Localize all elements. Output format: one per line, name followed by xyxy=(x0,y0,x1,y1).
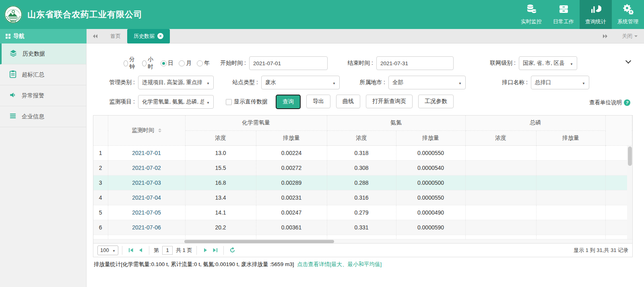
vertical-scrollbar-thumb[interactable] xyxy=(628,147,632,166)
chevron-down-icon xyxy=(580,80,585,86)
radio-year[interactable]: 年 xyxy=(197,60,210,67)
chevron-down-icon xyxy=(110,247,116,253)
sidebar-item-history-data[interactable]: 历史数据 xyxy=(0,43,86,64)
curve-button[interactable]: 曲线 xyxy=(336,95,360,108)
caret-down-icon xyxy=(634,35,638,39)
chevron-down-icon xyxy=(330,80,336,86)
city-label: 所属地市 : xyxy=(349,79,385,86)
top-nav-query-stats[interactable]: 查询统计 xyxy=(580,0,612,29)
emission-stats-line: 排放量统计[化学需氧量:0.100 t, 累计流量:0 t, 氨氮:0.0019… xyxy=(94,261,633,268)
group-header-tp: 总磷 xyxy=(465,116,605,130)
row-number-header xyxy=(93,116,108,145)
first-page-button[interactable] xyxy=(126,246,136,255)
last-page-button[interactable] xyxy=(210,246,220,255)
radio-icon xyxy=(142,60,147,66)
radio-day[interactable]: 日 xyxy=(161,60,173,67)
next-page-button[interactable] xyxy=(200,246,210,255)
filler-header xyxy=(605,116,632,145)
tab-close-icon[interactable] xyxy=(157,33,163,39)
tabs-scroll-right-icon[interactable] xyxy=(603,34,607,38)
view-detail-link[interactable]: 点击查看详情[最大、最小和平均值] xyxy=(297,261,382,267)
sub-header-conc: 浓度 xyxy=(465,130,536,145)
sidebar-item-exceed-summary[interactable]: 超标汇总 xyxy=(0,64,86,85)
city-select[interactable]: 全部 xyxy=(388,76,466,89)
chevron-down-icon xyxy=(204,99,210,105)
app-header: MEE 山东省联合农药工业有限公司 实时监控 xyxy=(0,0,644,29)
table-row[interactable]: 62021-07-06 20.20.00361 0.3310.0000590 xyxy=(93,220,632,235)
layers-icon xyxy=(9,49,17,58)
station-type-select[interactable]: 废水 xyxy=(261,76,340,89)
sort-icon[interactable] xyxy=(158,128,161,132)
group-header-nh3n: 氨氮 xyxy=(327,116,465,130)
period-radio-group: 分钟 小时 日 月 年 xyxy=(124,56,210,70)
content: 分钟 小时 日 月 年 开始时间 : 结束时 xyxy=(87,43,644,287)
page-number-input[interactable] xyxy=(162,246,173,255)
sidebar-nav-title: 导航 xyxy=(0,29,87,43)
direct-data-checkbox[interactable]: 显示直传数据 xyxy=(226,98,268,105)
table-row-highlighted[interactable]: 32021-07-03 16.80.00289 0.2880.0000500 xyxy=(93,175,632,190)
manage-type-select[interactable]: 违规项目, 高架源, 重点排 xyxy=(138,76,214,89)
query-button[interactable]: 查询 xyxy=(276,95,301,109)
page-total: 共 1 页 xyxy=(176,247,192,254)
help-icon xyxy=(624,99,630,106)
sidebar: 历史数据 超标汇总 异常报警 xyxy=(0,43,87,287)
radio-hour[interactable]: 小时 xyxy=(142,56,155,70)
sub-header-emis: 排放量 xyxy=(396,130,465,145)
horizontal-scrollbar[interactable] xyxy=(93,239,632,243)
radio-icon xyxy=(124,60,128,66)
history-data-table: 监测时间 化学需氧量 氨氮 总磷 浓度 排放量 浓度 排放 xyxy=(93,116,632,239)
sidebar-item-label: 历史数据 xyxy=(23,50,45,58)
company-name: 山东省联合农药工业有限公司 xyxy=(27,9,142,20)
sidebar-item-abnormal-alarm[interactable]: 异常报警 xyxy=(0,85,86,106)
radio-month[interactable]: 月 xyxy=(179,60,192,67)
radio-minute[interactable]: 分钟 xyxy=(124,56,137,70)
top-nav-system-admin[interactable]: 系统管理 xyxy=(612,0,644,29)
table-row[interactable]: 72021-07-07 21.80.00405 0.3070.0000570 xyxy=(93,235,632,239)
top-nav-realtime-monitor[interactable]: 实时监控 xyxy=(515,0,547,29)
prev-page-button[interactable] xyxy=(136,246,145,255)
top-nav-label: 实时监控 xyxy=(521,18,542,25)
sub-header-emis: 排放量 xyxy=(536,130,605,145)
table-row[interactable]: 12021-07-01 13.00.00224 0.3180.0000550 xyxy=(93,145,632,160)
new-query-page-button[interactable]: 打开新查询页 xyxy=(366,95,413,108)
end-time-input[interactable] xyxy=(376,56,454,70)
table-row[interactable]: 52021-07-05 14.10.00247 0.2790.0000490 xyxy=(93,205,632,220)
network-level-select[interactable]: 国家, 省, 市, 区县 xyxy=(519,56,577,70)
horizontal-scrollbar-thumb[interactable] xyxy=(184,240,334,243)
tab-history-data[interactable]: 历史数据 xyxy=(127,29,170,43)
database-icon xyxy=(526,4,537,16)
outlet-select[interactable]: 总排口 xyxy=(531,76,589,89)
emission-stats-text: 排放量统计[化学需氧量:0.100 t, 累计流量:0 t, 氨氮:0.0019… xyxy=(94,261,294,267)
records-summary: 显示 1 到 31,共 31 记录 xyxy=(574,247,628,254)
chart-pie-icon xyxy=(590,4,601,16)
condition-params-button[interactable]: 工况参数 xyxy=(418,95,454,108)
second-bar: 导航 首页 历史数据 关闭 xyxy=(0,29,644,43)
manage-type-label: 管理类别 : xyxy=(99,79,135,86)
monitor-time-header[interactable]: 监测时间 xyxy=(108,116,185,145)
start-time-input[interactable] xyxy=(249,56,328,70)
top-nav-daily-work[interactable]: 日常工作 xyxy=(547,0,580,29)
pagination-bar: 100 第 共 1 页 xyxy=(93,243,632,257)
radio-icon xyxy=(197,60,203,66)
close-tabs-menu[interactable]: 关闭 xyxy=(622,33,638,40)
mee-logo-icon: MEE xyxy=(4,5,23,24)
vertical-scrollbar[interactable] xyxy=(627,146,632,239)
sidebar-item-label: 企业信息 xyxy=(22,113,44,120)
table-row[interactable]: 42021-07-04 13.40.00231 0.3160.0000550 xyxy=(93,190,632,205)
table-row[interactable]: 22021-07-02 15.50.00272 0.3080.0000540 xyxy=(93,160,632,175)
export-button[interactable]: 导出 xyxy=(306,95,330,108)
svg-text:MEE: MEE xyxy=(10,20,17,23)
tabs-scroll-left-icon[interactable] xyxy=(93,34,97,38)
top-nav-label: 系统管理 xyxy=(617,18,638,25)
monitor-items-select[interactable]: 化学需氧量, 氨氮, 总磷, 总 xyxy=(138,95,214,109)
tab-strip: 首页 历史数据 关闭 xyxy=(87,29,644,43)
start-time-label: 开始时间 : xyxy=(210,60,246,67)
chevron-down-icon xyxy=(204,80,210,86)
page-size-select[interactable]: 100 xyxy=(97,246,118,255)
end-time-label: 结束时间 : xyxy=(337,60,373,67)
table-viewport: 监测时间 化学需氧量 氨氮 总磷 浓度 排放量 浓度 排放 xyxy=(93,116,632,239)
refresh-icon[interactable] xyxy=(227,246,237,255)
unit-help-link[interactable]: 查看单位说明 xyxy=(589,99,630,106)
tab-home[interactable]: 首页 xyxy=(104,29,127,43)
sidebar-item-company-info[interactable]: 企业信息 xyxy=(0,106,86,127)
